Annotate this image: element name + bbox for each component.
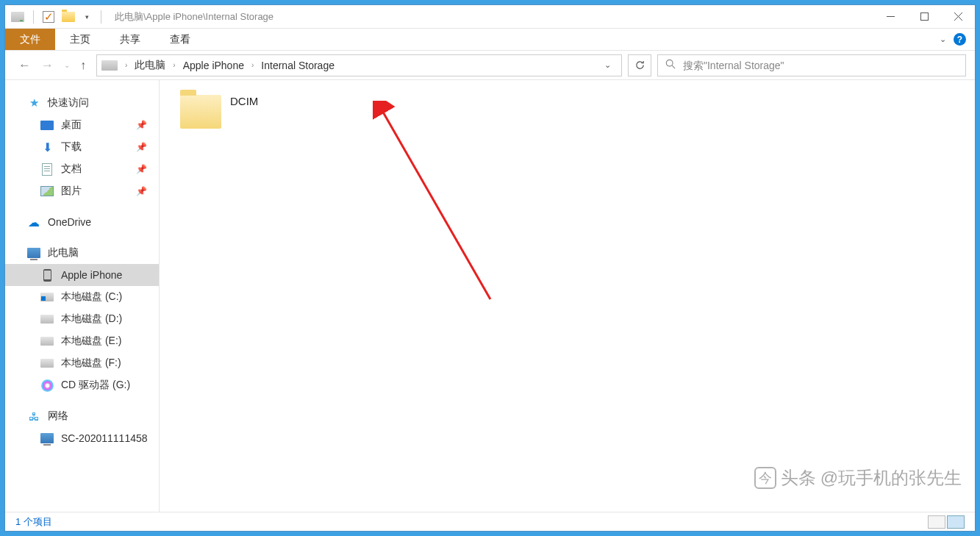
window-title: 此电脑\Apple iPhone\Internal Storage (110, 10, 273, 24)
explorer-window: ✓ ▾ 此电脑\Apple iPhone\Internal Storage 文件… (4, 4, 976, 532)
qat-divider (33, 10, 34, 24)
pin-icon: 📌 (136, 142, 147, 152)
status-bar: 1 个项目 (5, 512, 975, 531)
sidebar-downloads[interactable]: ⬇下载📌 (5, 136, 159, 158)
cd-icon (40, 379, 54, 392)
body: ★快速访问 桌面📌 ⬇下载📌 文档📌 图片📌 ☁OneDrive 此电脑 App… (5, 80, 975, 512)
watermark-icon: 今 (754, 467, 776, 489)
watermark-text: @玩手机的张先生 (820, 466, 962, 490)
sidebar-disk-c[interactable]: 本地磁盘 (C:) (5, 286, 159, 308)
up-button[interactable]: ↑ (80, 59, 86, 72)
address-bar[interactable]: › 此电脑 › Apple iPhone › Internal Storage … (96, 54, 622, 76)
pc-icon (27, 246, 40, 260)
sidebar-item-label: OneDrive (48, 216, 91, 228)
location-drive-icon (101, 60, 118, 71)
content-pane[interactable]: DCIM 今 头条 @玩手机的张先生 (160, 80, 975, 512)
folder-icon (62, 10, 75, 24)
window-controls (873, 5, 975, 29)
status-item-count: 1 个项目 (15, 515, 52, 529)
ribbon-tab-home[interactable]: 主页 (55, 29, 105, 50)
sidebar-onedrive[interactable]: ☁OneDrive (5, 211, 159, 233)
sidebar-item-label: 此电脑 (48, 246, 79, 260)
pin-icon: 📌 (136, 186, 147, 196)
maximize-button[interactable] (907, 5, 941, 29)
network-icon: 🖧 (27, 410, 40, 423)
document-icon (40, 162, 54, 176)
sidebar-network-pc[interactable]: SC-202011111458 (5, 427, 159, 449)
sidebar-apple-iphone[interactable]: Apple iPhone (5, 264, 159, 286)
sidebar-pictures[interactable]: 图片📌 (5, 180, 159, 202)
sidebar-disk-e[interactable]: 本地磁盘 (E:) (5, 330, 159, 352)
folder-label: DCIM (230, 93, 258, 107)
breadcrumb-sep-icon[interactable]: › (170, 61, 178, 69)
sidebar-item-label: 本地磁盘 (E:) (61, 335, 121, 348)
svg-line-2 (382, 110, 490, 299)
forward-button[interactable]: → (41, 58, 54, 73)
ribbon-expand-icon[interactable]: ⌄ (940, 35, 946, 44)
breadcrumb-root[interactable]: 此电脑 (135, 59, 165, 72)
refresh-button[interactable] (628, 54, 651, 76)
drive-icon (40, 335, 54, 348)
sidebar-item-label: 本地磁盘 (F:) (61, 357, 121, 370)
sidebar-item-label: 桌面 (61, 118, 82, 132)
sidebar-quick-access[interactable]: ★快速访问 (5, 92, 159, 114)
sidebar-documents[interactable]: 文档📌 (5, 158, 159, 180)
drive-icon (40, 312, 54, 326)
qat-divider-2 (101, 10, 101, 24)
navigation-pane: ★快速访问 桌面📌 ⬇下载📌 文档📌 图片📌 ☁OneDrive 此电脑 App… (5, 80, 160, 512)
quick-access-toolbar: ✓ ▾ 此电脑\Apple iPhone\Internal Storage (5, 10, 273, 24)
sidebar-cd-g[interactable]: CD 驱动器 (G:) (5, 374, 159, 396)
address-dropdown-icon[interactable]: ⌄ (598, 60, 617, 70)
ribbon-tab-file[interactable]: 文件 (5, 29, 55, 50)
sidebar-item-label: 快速访问 (48, 96, 89, 110)
breadcrumb-device[interactable]: Apple iPhone (183, 60, 244, 71)
sidebar-item-label: Apple iPhone (61, 269, 122, 281)
folder-icon (180, 95, 221, 129)
breadcrumb-sep-icon[interactable]: › (248, 61, 257, 69)
sidebar-this-pc[interactable]: 此电脑 (5, 242, 159, 264)
sidebar-item-label: CD 驱动器 (G:) (61, 379, 130, 392)
view-switcher (928, 515, 965, 529)
annotation-arrow (373, 101, 505, 307)
close-button[interactable] (941, 5, 975, 29)
folder-item-dcim[interactable]: DCIM (180, 93, 371, 129)
ribbon: 文件 主页 共享 查看 ⌄ ? (5, 29, 975, 51)
ribbon-tab-share[interactable]: 共享 (105, 29, 155, 50)
drive-icon (40, 290, 54, 304)
pin-icon: 📌 (136, 120, 147, 130)
watermark-prefix: 头条 (781, 466, 816, 490)
phone-icon (40, 268, 54, 282)
recent-dropdown-icon[interactable]: ⌄ (64, 61, 70, 69)
sidebar-item-label: 本地磁盘 (D:) (61, 312, 122, 326)
svg-rect-0 (920, 13, 928, 21)
properties-icon[interactable]: ✓ (43, 11, 54, 23)
sidebar-item-label: 本地磁盘 (C:) (61, 290, 122, 304)
desktop-icon (40, 118, 54, 132)
star-icon: ★ (27, 96, 40, 110)
search-input[interactable] (683, 60, 958, 71)
view-icons-button[interactable] (947, 515, 965, 529)
pc-icon (40, 432, 54, 445)
svg-point-1 (666, 60, 673, 66)
sidebar-disk-f[interactable]: 本地磁盘 (F:) (5, 352, 159, 374)
back-button[interactable]: ← (18, 58, 31, 73)
minimize-button[interactable] (873, 5, 907, 29)
breadcrumb-storage[interactable]: Internal Storage (261, 60, 335, 71)
drive-icon (40, 357, 54, 370)
qat-dropdown-icon[interactable]: ▾ (82, 13, 92, 21)
sidebar-network[interactable]: 🖧网络 (5, 405, 159, 427)
sidebar-item-label: 文档 (61, 162, 82, 176)
pictures-icon (40, 185, 54, 198)
help-icon[interactable]: ? (954, 33, 966, 46)
sidebar-item-label: SC-202011111458 (61, 432, 148, 444)
view-details-button[interactable] (928, 515, 945, 529)
sidebar-desktop[interactable]: 桌面📌 (5, 114, 159, 136)
search-box[interactable] (657, 54, 966, 76)
ribbon-tab-view[interactable]: 查看 (155, 29, 205, 50)
sidebar-disk-d[interactable]: 本地磁盘 (D:) (5, 308, 159, 330)
sidebar-item-label: 下载 (61, 140, 82, 154)
pin-icon: 📌 (136, 164, 147, 174)
titlebar: ✓ ▾ 此电脑\Apple iPhone\Internal Storage (5, 5, 975, 29)
sidebar-item-label: 图片 (61, 185, 82, 198)
breadcrumb-sep-icon[interactable]: › (122, 61, 130, 69)
